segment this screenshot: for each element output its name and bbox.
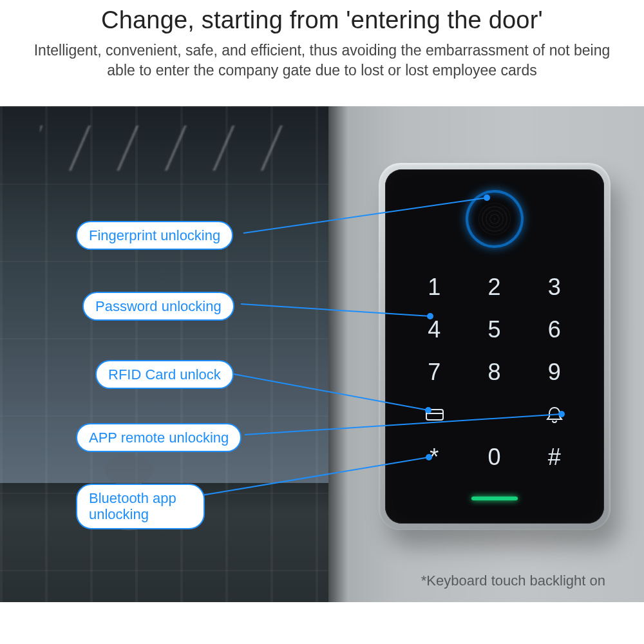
key-star[interactable]: * (404, 436, 464, 478)
key-9[interactable]: 9 (525, 351, 585, 393)
callout-bluetooth: Bluetooth app unlocking (76, 484, 205, 529)
key-0[interactable]: 0 (464, 436, 524, 478)
key-5[interactable]: 5 (464, 308, 524, 351)
key-blank (464, 393, 524, 436)
product-marketing-slide: Change, starting from 'entering the door… (0, 0, 644, 644)
key-1[interactable]: 1 (404, 266, 464, 308)
status-led (471, 497, 518, 500)
key-4[interactable]: 4 (404, 308, 464, 351)
page-title: Change, starting from 'entering the door… (19, 6, 625, 34)
card-icon[interactable] (404, 393, 464, 436)
footnote-caption: *Keyboard touch backlight on (421, 573, 605, 589)
callout-app-remote: APP remote unlocking (76, 423, 242, 452)
access-control-keypad-device: 1 2 3 4 5 6 7 8 9 * 0 # (385, 169, 604, 524)
fingerprint-sensor[interactable] (468, 193, 521, 245)
key-8[interactable]: 8 (464, 351, 524, 393)
callout-rfid: RFID Card unlock (95, 360, 234, 389)
key-3[interactable]: 3 (525, 266, 585, 308)
header: Change, starting from 'entering the door… (0, 0, 644, 84)
hero-stage: *Keyboard touch backlight on 1 2 3 4 5 6… (0, 106, 644, 602)
doorbell-icon[interactable] (525, 393, 585, 436)
key-6[interactable]: 6 (525, 308, 585, 351)
key-hash[interactable]: # (525, 436, 585, 478)
callout-fingerprint: Fingerprint unlocking (76, 221, 233, 250)
key-7[interactable]: 7 (404, 351, 464, 393)
page-subtitle: Intelligent, convenient, safe, and effic… (19, 41, 625, 80)
svg-rect-0 (426, 410, 443, 420)
key-2[interactable]: 2 (464, 266, 524, 308)
keypad: 1 2 3 4 5 6 7 8 9 * 0 # (404, 266, 585, 478)
callout-password: Password unlocking (82, 292, 234, 321)
